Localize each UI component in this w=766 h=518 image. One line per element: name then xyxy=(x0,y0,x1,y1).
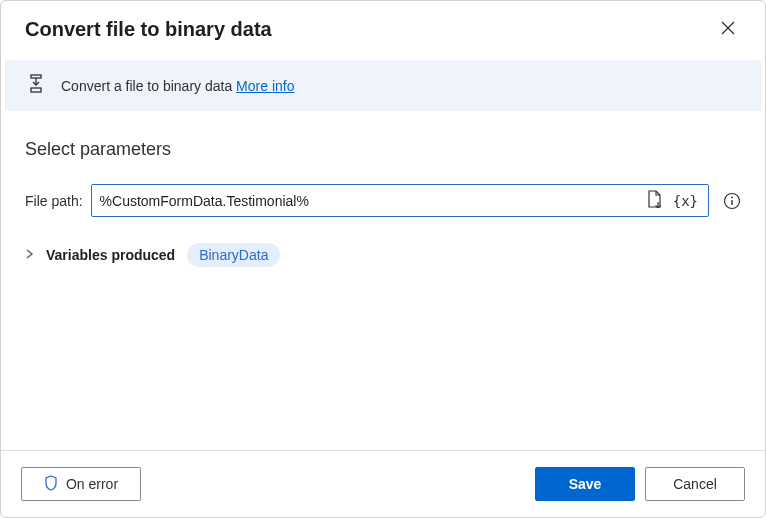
dialog-content: Select parameters File path: xyxy=(1,111,765,450)
action-icon xyxy=(29,74,47,97)
file-path-row: File path: {x} xyxy=(25,184,741,217)
file-path-label: File path: xyxy=(25,193,83,209)
chevron-right-icon xyxy=(25,248,34,262)
save-button[interactable]: Save xyxy=(535,467,635,501)
svg-rect-2 xyxy=(31,75,41,78)
variable-pill[interactable]: BinaryData xyxy=(187,243,280,267)
file-path-input-wrap: {x} xyxy=(91,184,709,217)
shield-icon xyxy=(44,475,58,494)
banner-description: Convert a file to binary data xyxy=(61,78,236,94)
banner-text: Convert a file to binary data More info xyxy=(61,78,294,94)
cancel-label: Cancel xyxy=(673,476,717,492)
close-button[interactable] xyxy=(715,15,741,44)
svg-point-7 xyxy=(731,196,733,198)
dialog-header: Convert file to binary data xyxy=(1,1,765,54)
info-banner: Convert a file to binary data More info xyxy=(5,60,761,111)
file-path-input[interactable] xyxy=(92,193,641,209)
on-error-label: On error xyxy=(66,476,118,492)
close-icon xyxy=(721,21,735,38)
input-inline-icons: {x} xyxy=(641,188,708,213)
more-info-link[interactable]: More info xyxy=(236,78,294,94)
on-error-button[interactable]: On error xyxy=(21,467,141,501)
file-picker-button[interactable] xyxy=(645,188,665,213)
file-icon xyxy=(647,190,663,211)
save-label: Save xyxy=(569,476,602,492)
section-title: Select parameters xyxy=(25,139,741,160)
cancel-button[interactable]: Cancel xyxy=(645,467,745,501)
variable-icon: {x} xyxy=(673,193,698,209)
dialog-footer: On error Save Cancel xyxy=(1,450,765,517)
variables-produced-label: Variables produced xyxy=(46,247,175,263)
variables-produced-toggle[interactable]: Variables produced BinaryData xyxy=(25,243,741,267)
footer-right: Save Cancel xyxy=(535,467,745,501)
insert-variable-button[interactable]: {x} xyxy=(671,191,700,211)
svg-rect-4 xyxy=(31,88,41,92)
info-button[interactable] xyxy=(723,192,741,210)
dialog-title: Convert file to binary data xyxy=(25,18,272,41)
